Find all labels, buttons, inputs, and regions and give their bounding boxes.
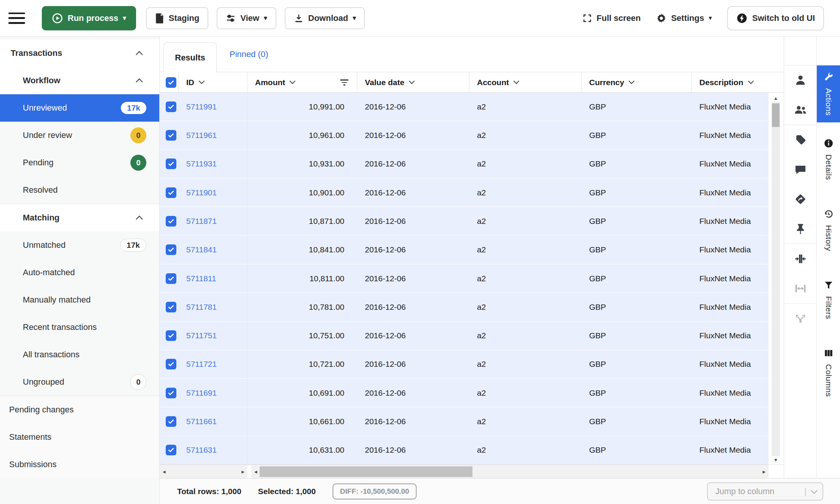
table-row[interactable]: 5711721 10,721.00 2016-12-06 a2 GBP Flux… <box>160 350 769 379</box>
scroll-left-arrow[interactable]: ◂ <box>254 468 257 475</box>
row-checkbox[interactable] <box>166 130 176 141</box>
sidebar-item-recent-transactions[interactable]: Recent transactions <box>0 314 159 341</box>
sidebar-item-unmatched[interactable]: Unmatched17k <box>0 231 159 259</box>
scroll-down-arrow[interactable]: ▾ <box>774 456 777 464</box>
table-row[interactable]: 5711901 10,901.00 2016-12-06 a2 GBP Flux… <box>160 179 769 207</box>
table-row[interactable]: 5711871 10,871.00 2016-12-06 a2 GBP Flux… <box>160 207 769 236</box>
row-checkbox[interactable] <box>166 416 176 427</box>
user-icon[interactable] <box>784 65 816 95</box>
scroll-right-arrow[interactable]: ▸ <box>241 468 244 475</box>
row-id-link[interactable]: 5711631 <box>186 445 217 455</box>
frozen-columns-scrollbar[interactable]: ◂ ▸ <box>160 465 247 478</box>
table-row[interactable]: 5711991 10,991.00 2016-12-06 a2 GBP Flux… <box>160 93 769 121</box>
amount-filter-icon[interactable] <box>340 79 349 86</box>
sidebar-item-ungrouped[interactable]: Ungrouped0 <box>0 368 159 396</box>
sidebar-item-resolved[interactable]: Resolved <box>0 176 159 204</box>
right-tab-columns[interactable]: Columns <box>817 341 840 404</box>
row-id-link[interactable]: 5711751 <box>186 331 217 340</box>
tab-results[interactable]: Results <box>163 42 217 73</box>
sidebar-item-all-transactions[interactable]: All transactions <box>0 341 159 368</box>
vertical-scrollbar[interactable]: ▴ ▾ <box>772 94 780 464</box>
tag-icon[interactable] <box>784 125 816 155</box>
switch-to-old-ui-button[interactable]: Switch to old UI <box>727 6 824 30</box>
sidebar-item-pending-changes[interactable]: Pending changes <box>0 396 159 423</box>
row-checkbox[interactable] <box>166 216 176 227</box>
row-checkbox[interactable] <box>166 388 176 398</box>
sidebar-item-manually-matched[interactable]: Manually matched <box>0 286 159 314</box>
pin-icon[interactable] <box>784 214 816 244</box>
users-icon[interactable] <box>784 95 816 125</box>
row-checkbox[interactable] <box>166 273 176 284</box>
column-header-amount[interactable]: Amount <box>247 72 357 92</box>
row-id-link[interactable]: 5711871 <box>186 217 217 226</box>
table-row[interactable]: 5711751 10,751.00 2016-12-06 a2 GBP Flux… <box>160 322 769 350</box>
sidebar-item-submissions[interactable]: Submissions <box>0 451 159 478</box>
run-process-button[interactable]: Run process ▾ <box>42 6 136 30</box>
right-tab-details[interactable]: Details <box>817 132 840 187</box>
row-id-link[interactable]: 5711841 <box>186 245 217 254</box>
row-checkbox[interactable] <box>166 158 176 169</box>
row-id-link[interactable]: 5711901 <box>186 188 217 197</box>
right-tab-filters[interactable]: Filters <box>817 273 840 326</box>
column-header-value-date[interactable]: Value date <box>357 72 469 92</box>
right-tab-actions[interactable]: Actions <box>817 65 840 122</box>
row-id-link[interactable]: 5711691 <box>186 388 217 398</box>
scroll-up-arrow[interactable]: ▴ <box>774 94 777 102</box>
comment-icon[interactable] <box>784 155 816 184</box>
row-checkbox[interactable] <box>166 244 176 255</box>
row-id-link[interactable]: 5711721 <box>186 360 217 369</box>
sidebar-item-matching[interactable]: Matching <box>0 204 159 231</box>
sidebar-item-statements[interactable]: Statements <box>0 423 159 451</box>
staging-button[interactable]: Staging <box>146 7 209 29</box>
table-row[interactable]: 5711691 10,691.00 2016-12-06 a2 GBP Flux… <box>160 379 769 407</box>
row-checkbox[interactable] <box>166 359 176 369</box>
jump-to-column-select[interactable]: Jump to column | <box>707 482 823 501</box>
sidebar-item-pending[interactable]: Pending0 <box>0 149 159 176</box>
sidebar-item-auto-matched[interactable]: Auto-matched <box>0 259 159 286</box>
table-row[interactable]: 5711781 10,781.00 2016-12-06 a2 GBP Flux… <box>160 293 769 322</box>
row-checkbox[interactable] <box>166 330 176 341</box>
row-checkbox[interactable] <box>166 302 176 312</box>
table-row[interactable]: 5711631 10,631.00 2016-12-06 a2 GBP Flux… <box>160 436 769 464</box>
table-row[interactable]: 5711931 10,931.00 2016-12-06 a2 GBP Flux… <box>160 150 769 179</box>
settings-button[interactable]: Settings ▾ <box>656 13 712 24</box>
row-id-link[interactable]: 5711991 <box>186 102 217 111</box>
horizontal-scrollbar-thumb[interactable] <box>260 466 472 477</box>
column-header-currency[interactable]: Currency <box>582 72 692 92</box>
row-id-link[interactable]: 5711781 <box>186 303 217 312</box>
scroll-right-arrow[interactable]: ▸ <box>762 468 766 475</box>
chevron-up-icon[interactable] <box>136 51 143 58</box>
row-checkbox[interactable] <box>166 445 176 455</box>
tab-pinned[interactable]: Pinned (0) <box>226 36 272 72</box>
row-id-link[interactable]: 5711811 <box>186 274 216 283</box>
vertical-scrollbar-thumb[interactable] <box>772 103 780 127</box>
scroll-left-arrow[interactable]: ◂ <box>163 468 166 475</box>
row-id-link[interactable]: 5711931 <box>186 159 217 168</box>
column-header-account[interactable]: Account <box>469 72 582 92</box>
column-header-description[interactable]: Description <box>692 72 784 92</box>
row-checkbox[interactable] <box>166 101 176 112</box>
sidebar-item-transactions[interactable]: Transactions <box>0 40 159 67</box>
forward-diamond-icon[interactable] <box>784 184 816 214</box>
chevron-up-icon[interactable] <box>136 78 143 85</box>
collapse-columns-icon[interactable] <box>784 244 816 274</box>
sidebar-item-under-review[interactable]: Under review0 <box>0 122 159 149</box>
sidebar-item-unreviewed[interactable]: Unreviewed17k <box>0 94 159 122</box>
view-button[interactable]: View ▾ <box>217 7 276 29</box>
menu-icon[interactable] <box>8 13 25 24</box>
column-header-id[interactable]: ID <box>179 72 247 92</box>
main-horizontal-scrollbar[interactable]: ◂ ▸ <box>251 465 769 478</box>
download-button[interactable]: Download ▾ <box>285 7 365 29</box>
table-row[interactable]: 5711811 10,811.00 2016-12-06 a2 GBP Flux… <box>160 265 769 293</box>
sidebar-item-workflow[interactable]: Workflow <box>0 67 159 94</box>
chevron-up-icon[interactable] <box>136 216 143 222</box>
table-row[interactable]: 5711841 10,841.00 2016-12-06 a2 GBP Flux… <box>160 236 769 265</box>
row-id-link[interactable]: 5711961 <box>186 131 217 140</box>
table-row[interactable]: 5711661 10,661.00 2016-12-06 a2 GBP Flux… <box>160 407 769 436</box>
row-checkbox[interactable] <box>166 187 176 198</box>
select-all-checkbox[interactable] <box>166 77 176 88</box>
table-row[interactable]: 5711961 10,961.00 2016-12-06 a2 GBP Flux… <box>160 121 769 150</box>
full-screen-button[interactable]: Full screen <box>582 13 641 23</box>
row-id-link[interactable]: 5711661 <box>186 417 217 426</box>
right-tab-history[interactable]: History <box>817 202 840 258</box>
